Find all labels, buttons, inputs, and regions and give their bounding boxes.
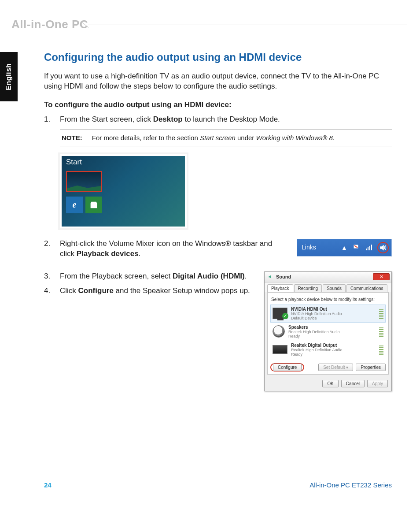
note-italic-1: Start screen: [200, 134, 236, 141]
sound-device-digital: Realtek Digital Output Realtek High Defi…: [270, 341, 386, 359]
device-digital-name: Realtek Digital Output: [291, 343, 343, 348]
section-heading: Configuring the audio output using an HD…: [44, 51, 392, 63]
note-pre: For more details, refer to the section: [92, 134, 200, 141]
content-area: Configuring the audio output using an HD…: [44, 51, 392, 391]
device-digital-state: Ready: [291, 352, 343, 357]
figure-start-screen: Start e: [60, 154, 187, 228]
sound-title-icon: [268, 274, 273, 279]
configure-highlight: Configure: [270, 363, 304, 372]
step-3-number: 3.: [44, 271, 52, 282]
series-label: All-in-One PC ET232 Series: [309, 481, 392, 489]
note-rule-bottom: [60, 146, 392, 146]
step-3: 3. From the Playback screen, select Digi…: [44, 271, 254, 282]
tray-flag-icon: [353, 244, 361, 252]
desktop-tile-highlight: [66, 171, 102, 192]
step-3-post: .: [245, 272, 247, 280]
desktop-tile-art: [67, 184, 101, 191]
device-hdmi-name: NVIDIA HDMI Out: [291, 307, 342, 312]
sound-ok-button: OK: [322, 380, 338, 387]
step-1-bold: Desktop: [153, 115, 183, 123]
sound-hint: Select a playback device below to modify…: [271, 297, 385, 302]
svg-rect-3: [366, 249, 367, 250]
svg-rect-4: [368, 247, 368, 250]
device-digital-sub: Realtek High Definition Audio: [291, 348, 343, 352]
sound-setdefault-button: Set Default ▾: [318, 364, 353, 371]
step-2-post: .: [139, 249, 141, 258]
device-speakers-state: Ready: [288, 334, 340, 338]
store-tile-icon: [85, 197, 102, 213]
language-tab-label: English: [5, 63, 13, 90]
sound-titlebar: Sound ✕: [265, 272, 391, 282]
step-2-row: 2. Right-click the Volume Mixer icon on …: [44, 239, 392, 259]
start-label: Start: [66, 158, 82, 167]
device-digital-icon: [273, 345, 287, 354]
sound-panel: Select a playback device below to modify…: [267, 292, 389, 375]
sound-title-text: Sound: [276, 274, 291, 279]
sound-dialog-buttons: OK Cancel Apply: [265, 377, 391, 391]
step-4-number: 4.: [44, 286, 52, 296]
step-4-text: Click Configure and the Speaker Setup wi…: [60, 286, 254, 296]
sound-tab-playback: Playback: [267, 284, 293, 292]
header-rule: [88, 25, 407, 25]
volume-icon-highlight: [377, 242, 389, 253]
step-1: 1. From the Start screen, click Desktop …: [44, 115, 392, 125]
device-hdmi-sub: NVIDIA High Definition Audio: [291, 312, 342, 316]
start-tiles-row: e: [66, 197, 102, 213]
sound-title: Sound: [268, 274, 291, 279]
device-speakers-icon: [273, 325, 285, 338]
step-4-bold: Configure: [78, 286, 114, 295]
device-hdmi-state: Default Device: [291, 316, 342, 320]
language-tab: English: [0, 52, 18, 101]
step-4: 4. Click Configure and the Speaker Setup…: [44, 286, 254, 296]
sound-apply-button: Apply: [367, 380, 388, 387]
ie-tile-icon: e: [66, 197, 83, 213]
sound-device-speakers: Speakers Realtek High Definition Audio R…: [270, 323, 386, 341]
taskbar-tray: ▲: [340, 242, 389, 253]
step-2-number: 2.: [44, 239, 52, 259]
sound-tab-sounds: Sounds: [323, 284, 346, 292]
step-2: 2. Right-click the Volume Mixer icon on …: [44, 239, 288, 259]
svg-rect-5: [369, 246, 370, 250]
device-speakers-name: Speakers: [288, 325, 340, 330]
steps-3-4-block: 3. From the Playback screen, select Digi…: [44, 271, 392, 391]
steps-3-4-text: 3. From the Playback screen, select Digi…: [44, 271, 254, 301]
page-footer: 24 All-in-One PC ET232 Series: [44, 481, 392, 489]
lead-line: To configure the audio output using an H…: [44, 100, 392, 109]
page-header: All-in-One PC: [0, 18, 420, 33]
figure-taskbar: Links ▲: [297, 239, 392, 256]
sound-panel-buttons: Configure Set Default ▾ Properties: [270, 363, 386, 372]
intro-paragraph: If you want to use a high-definition TV …: [44, 71, 392, 92]
step-3-pre: From the Playback screen, select: [60, 272, 173, 280]
sound-properties-button: Properties: [356, 364, 386, 371]
step-4-pre: Click: [60, 286, 78, 295]
sound-tab-recording: Recording: [294, 284, 322, 292]
taskbar-links-label: Links: [302, 244, 316, 251]
step-2-text: Right-click the Volume Mixer icon on the…: [60, 239, 288, 259]
note-mid: under: [236, 134, 256, 141]
step-2-bold: Playback devices: [77, 249, 139, 258]
step-1-text: From the Start screen, click Desktop to …: [60, 115, 392, 125]
step-3-text: From the Playback screen, select Digital…: [60, 271, 254, 282]
tray-network-icon: [365, 244, 373, 252]
note-content: NOTE: For more details, refer to the sec…: [60, 130, 392, 146]
step-4-post: and the Speaker Setup window pops up.: [114, 286, 250, 295]
note-box: NOTE: For more details, refer to the sec…: [60, 129, 392, 146]
figure-sound-dialog: Sound ✕ Playback Recording Sounds Commun…: [264, 271, 392, 391]
note-italic-2: Working with Windows® 8.: [256, 134, 335, 141]
step-1-number: 1.: [44, 115, 52, 125]
sound-configure-button: Configure: [273, 364, 302, 371]
note-label: NOTE:: [62, 134, 82, 141]
sound-tab-communications: Communications: [346, 284, 387, 292]
device-hdmi-level-icon: [379, 307, 383, 319]
device-digital-level-icon: [379, 343, 383, 355]
step-1-pre: From the Start screen, click: [60, 115, 153, 123]
tray-up-icon: ▲: [340, 244, 348, 252]
device-speakers-sub: Realtek High Definition Audio: [288, 330, 340, 334]
device-speakers-level-icon: [379, 325, 383, 337]
sound-device-hdmi: ✓ NVIDIA HDMI Out NVIDIA High Definition…: [270, 305, 386, 323]
device-hdmi-check-icon: ✓: [282, 313, 288, 319]
step-1-post: to launch the Desktop Mode.: [183, 115, 280, 123]
sound-cancel-button: Cancel: [341, 380, 365, 387]
page-number: 24: [44, 481, 52, 489]
svg-rect-6: [371, 245, 372, 250]
